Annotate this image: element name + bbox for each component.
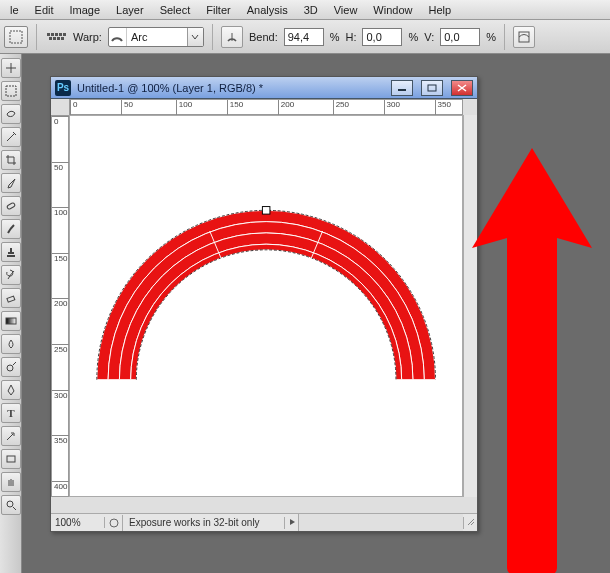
- tools-panel: T: [0, 54, 22, 573]
- ruler-tick: 300: [384, 100, 400, 116]
- ruler-tick: 250: [52, 344, 70, 354]
- svg-line-8: [13, 362, 16, 365]
- wand-tool[interactable]: [1, 127, 21, 147]
- menu-filter[interactable]: Filter: [198, 2, 238, 18]
- arc-shape[interactable]: .band{fill:#e81313;stroke:#fff;stroke-wi…: [78, 162, 454, 428]
- warp-shape-dropdown[interactable]: [187, 28, 203, 46]
- h-input[interactable]: [362, 28, 402, 46]
- pen-tool[interactable]: [1, 380, 21, 400]
- hand-tool[interactable]: [1, 472, 21, 492]
- warp-label: Warp:: [73, 31, 102, 43]
- toggle-warp-button[interactable]: [513, 26, 535, 48]
- minimize-button[interactable]: [391, 80, 413, 96]
- close-button[interactable]: [451, 80, 473, 96]
- status-menu-button[interactable]: [284, 517, 298, 529]
- status-bar: 100% Exposure works in 32-bit only: [51, 513, 477, 531]
- history-brush-icon: [5, 269, 17, 281]
- marquee-icon: [5, 85, 17, 97]
- menu-help[interactable]: Help: [420, 2, 459, 18]
- separator: [504, 24, 505, 50]
- move-tool[interactable]: [1, 58, 21, 78]
- pen-icon: [5, 384, 17, 396]
- lasso-icon: [5, 108, 17, 120]
- bend-pct: %: [330, 31, 340, 43]
- warp-orientation-button[interactable]: [221, 26, 243, 48]
- menu-select[interactable]: Select: [152, 2, 199, 18]
- menu-view[interactable]: View: [326, 2, 366, 18]
- brush-icon: [5, 223, 17, 235]
- move-icon: [5, 62, 17, 74]
- dodge-tool[interactable]: [1, 357, 21, 377]
- tool-preset-picker[interactable]: [4, 26, 28, 48]
- menu-image[interactable]: Image: [62, 2, 109, 18]
- bend-label: Bend:: [249, 31, 278, 43]
- shape-tool[interactable]: [1, 449, 21, 469]
- ruler-tick: 50: [52, 162, 70, 172]
- menu-window[interactable]: Window: [365, 2, 420, 18]
- hand-icon: [5, 476, 17, 488]
- ruler-tick: 350: [52, 435, 70, 445]
- svg-rect-5: [7, 296, 15, 302]
- scrollbar-horizontal[interactable]: [298, 514, 463, 531]
- menu-3d[interactable]: 3D: [296, 2, 326, 18]
- eraser-icon: [5, 292, 17, 304]
- gradient-tool[interactable]: [1, 311, 21, 331]
- ruler-tick: 250: [333, 100, 349, 116]
- ruler-tick: 0: [52, 116, 70, 126]
- menu-analysis[interactable]: Analysis: [239, 2, 296, 18]
- type-tool[interactable]: T: [1, 403, 21, 423]
- marquee-tool[interactable]: [1, 81, 21, 101]
- resize-grip[interactable]: [463, 517, 477, 529]
- stamp-icon: [5, 246, 17, 258]
- svg-rect-2: [519, 32, 529, 42]
- warp-grid-icon[interactable]: [45, 26, 67, 48]
- document-titlebar[interactable]: Ps Untitled-1 @ 100% (Layer 1, RGB/8) *: [51, 77, 477, 99]
- ruler-tick: 300: [52, 390, 70, 400]
- brush-tool[interactable]: [1, 219, 21, 239]
- svg-rect-16: [262, 206, 270, 214]
- path-tool[interactable]: [1, 426, 21, 446]
- blur-tool[interactable]: [1, 334, 21, 354]
- maximize-button[interactable]: [421, 80, 443, 96]
- crop-icon: [5, 154, 17, 166]
- history-brush-tool[interactable]: [1, 265, 21, 285]
- arrow-icon: [5, 430, 17, 442]
- status-info-button[interactable]: [105, 515, 123, 531]
- h-label: H:: [345, 31, 356, 43]
- h-pct: %: [408, 31, 418, 43]
- triangle-right-icon: [288, 517, 296, 527]
- zoom-tool[interactable]: [1, 495, 21, 515]
- svg-rect-0: [10, 31, 22, 43]
- eyedropper-icon: [5, 177, 17, 189]
- svg-rect-9: [7, 456, 15, 462]
- warp-shape-combo[interactable]: [108, 27, 204, 47]
- canvas[interactable]: .band{fill:#e81313;stroke:#fff;stroke-wi…: [69, 115, 463, 497]
- document-window: Ps Untitled-1 @ 100% (Layer 1, RGB/8) * …: [50, 76, 478, 532]
- menu-layer[interactable]: Layer: [108, 2, 152, 18]
- scrollbar-vertical[interactable]: [463, 115, 477, 497]
- menu-file[interactable]: le: [2, 2, 27, 18]
- ruler-tick: 350: [435, 100, 451, 116]
- v-label: V:: [424, 31, 434, 43]
- eraser-tool[interactable]: [1, 288, 21, 308]
- eyedropper-tool[interactable]: [1, 173, 21, 193]
- menu-edit[interactable]: Edit: [27, 2, 62, 18]
- crop-tool[interactable]: [1, 150, 21, 170]
- zoom-level[interactable]: 100%: [51, 517, 105, 528]
- v-input[interactable]: [440, 28, 480, 46]
- ruler-vertical[interactable]: 0 50 100 150 200 250 300 350 400: [51, 115, 69, 497]
- bend-input[interactable]: [284, 28, 324, 46]
- ruler-tick: 150: [52, 253, 70, 263]
- ruler-tick: 0: [70, 100, 77, 116]
- healing-tool[interactable]: [1, 196, 21, 216]
- rectangle-icon: [5, 453, 17, 465]
- ruler-horizontal[interactable]: 0 50 100 150 200 250 300 350: [69, 99, 463, 115]
- svg-rect-6: [6, 318, 16, 324]
- lasso-tool[interactable]: [1, 104, 21, 124]
- menu-bar: le Edit Image Layer Select Filter Analys…: [0, 0, 610, 20]
- ruler-tick: 100: [176, 100, 192, 116]
- dodge-icon: [5, 361, 17, 373]
- ruler-tick: 100: [52, 207, 70, 217]
- warp-shape-field[interactable]: [127, 28, 187, 46]
- stamp-tool[interactable]: [1, 242, 21, 262]
